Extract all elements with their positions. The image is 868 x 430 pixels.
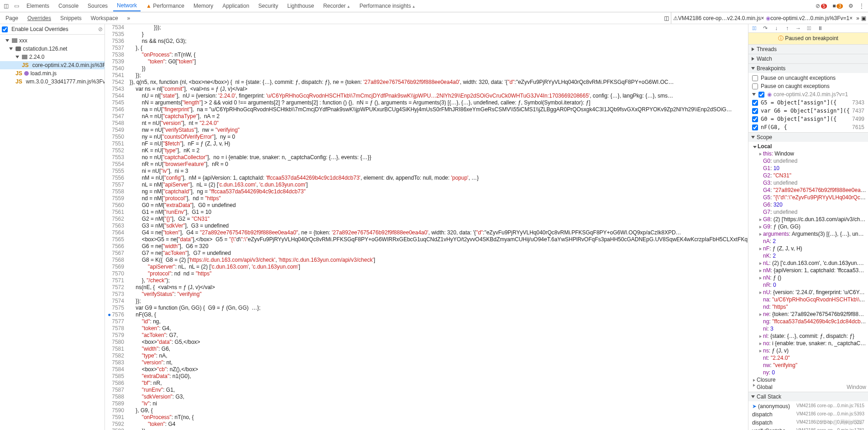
scope-variable[interactable]: G9: ƒ (Gn, GG): [750, 223, 866, 230]
more-tabs-icon[interactable]: »: [856, 15, 859, 21]
threads-header[interactable]: Threads: [748, 45, 868, 54]
scope-variable[interactable]: arguments: Arguments(3) [{…}, {…}, undef…: [750, 230, 866, 238]
scope-variable[interactable]: ne: {token: '27a892ee7675476b92f9f888ee0…: [750, 311, 866, 318]
pause-caught-checkbox[interactable]: [752, 83, 758, 89]
sub-tab-page[interactable]: Page: [2, 13, 22, 23]
scope-variable[interactable]: no: i {enable: true, snaker: n, _captcha…: [750, 340, 866, 347]
scope-variable[interactable]: G0: undefined: [750, 157, 866, 165]
warnings-icon[interactable]: ■3: [831, 1, 845, 11]
scope-variable[interactable]: ni: 3: [750, 325, 866, 332]
scope-variable[interactable]: G8: (2) ['https://c.dun.163.com/api/v3/c…: [750, 216, 866, 223]
breakpoint-item[interactable]: G0 = Object["assign"]({7499: [748, 115, 868, 123]
main-tab-security[interactable]: Security: [255, 1, 282, 11]
scope-variable[interactable]: ns: ƒ (J, v): [750, 347, 866, 354]
callstack-frame[interactable]: dispatchVM42186 core-op…0.min.js:5393: [748, 410, 868, 419]
breakpoints-header[interactable]: Breakpoints: [748, 64, 868, 73]
sub-tab-workspace[interactable]: Workspace: [87, 13, 122, 23]
tree-root[interactable]: xxx: [0, 36, 105, 45]
device-icon[interactable]: ▭: [12, 1, 21, 11]
main-tab-sources[interactable]: Sources: [84, 1, 111, 11]
scope-variable[interactable]: nd: "https": [750, 303, 866, 311]
bp-file-header[interactable]: ◉core-optimi.v2.24.0.min.js?v=1: [748, 90, 868, 98]
scope-variable[interactable]: nA: 2: [750, 238, 866, 245]
scope-variable[interactable]: nF: ƒ (Z, J, v, H): [750, 245, 866, 252]
file-tab[interactable]: ⚠VM42186 core-op…v2.24.0.min.js×: [673, 15, 764, 21]
code-content[interactable]: })); } ns && ns(G2, G3); }, { "onProcess…: [127, 24, 748, 430]
breakpoint-item[interactable]: nF(G8, {7615: [748, 123, 868, 131]
main-tab-console[interactable]: Console: [55, 1, 82, 11]
breakpoint-item[interactable]: var G6 = Object["assign"]({7437: [748, 107, 868, 115]
editor-pane: 7534753575367537753875397540754175427543…: [105, 24, 748, 430]
sources-sub-tabs: PageOverridesSnippetsWorkspace» ◫ ⚠VM421…: [0, 12, 868, 24]
scope-variable[interactable]: nR: 0: [750, 281, 866, 289]
file-tab[interactable]: ◉core-optimi.v2…0.min.js%3Fv=1×: [766, 15, 852, 21]
sub-tab-overrides[interactable]: Overrides: [24, 13, 55, 23]
scope-variable[interactable]: nl: {state: {…}, commit: ƒ, dispatch: ƒ}: [750, 332, 866, 340]
tree-file[interactable]: JScore-optimi.v2.24.0.min.js%3Fv=1: [0, 61, 105, 69]
sub-tab-snippets[interactable]: Snippets: [57, 13, 85, 23]
scope-global[interactable]: GlobalWindow: [750, 383, 866, 391]
main-tab-recorder[interactable]: Recorder ▲: [319, 1, 354, 11]
dock-icon[interactable]: ▣: [861, 15, 866, 21]
tree-domain[interactable]: cstaticdun.126.net: [0, 45, 105, 53]
scope-local[interactable]: Local: [750, 143, 866, 150]
step-icon[interactable]: →: [794, 24, 802, 32]
step-out-icon[interactable]: ↑: [783, 24, 791, 32]
more-icon[interactable]: ⋮: [857, 1, 866, 11]
step-into-icon[interactable]: ↓: [772, 24, 780, 32]
scope-variable[interactable]: G3: undefined: [750, 179, 866, 187]
tree-file[interactable]: JSload.min.js: [0, 69, 105, 78]
scope-variable[interactable]: na: "u/C6YpRHhoGcqRvodnHSCHTkb\\7mCmcjDY…: [750, 296, 866, 303]
deactivate-bp-icon[interactable]: ⬤⃠: [805, 24, 813, 32]
scope-variable[interactable]: G1: 10: [750, 165, 866, 172]
main-tab-performance-insights[interactable]: Performance insights ▲: [356, 1, 419, 11]
close-icon[interactable]: ×: [761, 15, 764, 21]
scope-variable[interactable]: nK: 2: [750, 252, 866, 259]
clear-icon[interactable]: ⊘: [98, 26, 103, 32]
line-gutter[interactable]: 7534753575367537753875397540754175427543…: [105, 24, 127, 430]
scope-variable[interactable]: nU: {version: '2.24.0', fingerprint: 'u/…: [750, 289, 866, 296]
scope-variable[interactable]: G2: "CN31": [750, 172, 866, 179]
debugger-toolbar: ▶⃓ ↷ ↓ ↑ → ⬤⃠ ⏸: [748, 24, 868, 33]
scope-variable[interactable]: nt: "2.24.0": [750, 354, 866, 362]
main-tab-network[interactable]: Network: [113, 0, 141, 11]
split-icon[interactable]: ◫: [664, 15, 669, 21]
inspect-icon[interactable]: ◫: [2, 1, 10, 11]
callstack-frame[interactable]: verifyCaptchaVM42186 core-op…0.min.js:17…: [748, 427, 868, 430]
pause-exceptions-icon[interactable]: ⏸: [816, 24, 824, 32]
debugger-pane: ▶⃓ ↷ ↓ ↑ → ⬤⃠ ⏸ ⓘ Paused on breakpoint T…: [748, 24, 868, 430]
scope-variable[interactable]: nM: {apiVersion: 1, captchaId: 'ffccaa53…: [750, 267, 866, 274]
main-tab-application[interactable]: Application: [219, 1, 253, 11]
enable-overrides-checkbox[interactable]: [2, 26, 8, 32]
errors-icon[interactable]: ⊘5: [814, 1, 829, 11]
step-over-icon[interactable]: ↷: [761, 24, 769, 32]
settings-icon[interactable]: ⚙: [847, 1, 855, 11]
paused-message: ⓘ Paused on breakpoint: [748, 33, 868, 45]
callstack-header[interactable]: Call Stack: [748, 392, 868, 401]
scope-variable[interactable]: nN: ƒ (): [750, 274, 866, 281]
close-icon[interactable]: ×: [849, 15, 852, 21]
scope-variable[interactable]: G6: 320: [750, 201, 866, 208]
sub-tab-»[interactable]: »: [124, 13, 134, 23]
breakpoint-item[interactable]: G5 = Object["assign"]({7343: [748, 98, 868, 107]
scope-variable[interactable]: nL: (2) ['c.dun.163.com', 'c.dun.163yun.…: [750, 259, 866, 267]
scope-variable[interactable]: ng: "ffccaa537da544269b4c9c1dc84dcb73": [750, 318, 866, 325]
scope-variable[interactable]: ny: 0: [750, 369, 866, 376]
scope-variable[interactable]: G5: "{\"d\":\"eZyvFu9PjRYyVLHq040rQc8vRM…: [750, 194, 866, 201]
scope-this[interactable]: this: Window: [750, 150, 866, 157]
resume-icon[interactable]: ▶⃓: [750, 24, 758, 32]
main-tab-elements[interactable]: Elements: [23, 1, 53, 11]
callstack-frame[interactable]: (anonymous)VM42186 core-op…0.min.js:7615: [748, 402, 868, 410]
scope-header[interactable]: Scope: [748, 133, 868, 142]
main-tab-memory[interactable]: Memory: [190, 1, 217, 11]
scope-variable[interactable]: G7: undefined: [750, 208, 866, 216]
main-tab-performance[interactable]: ▲ Performance: [142, 1, 188, 11]
main-tab-lighthouse[interactable]: Lighthouse: [283, 1, 318, 11]
scope-variable[interactable]: nw: "verifying": [750, 362, 866, 369]
scope-closure[interactable]: Closure: [750, 376, 866, 383]
tree-file[interactable]: JSwm.3.0.0_33d41777.min.js%3Fv=1: [0, 78, 105, 86]
tree-folder[interactable]: 2.24.0: [0, 53, 105, 61]
watch-header[interactable]: Watch: [748, 54, 868, 63]
scope-variable[interactable]: G4: "27a892ee7675476b92f9f888ee0ea4a0": [750, 187, 866, 194]
pause-uncaught-checkbox[interactable]: [752, 75, 758, 81]
